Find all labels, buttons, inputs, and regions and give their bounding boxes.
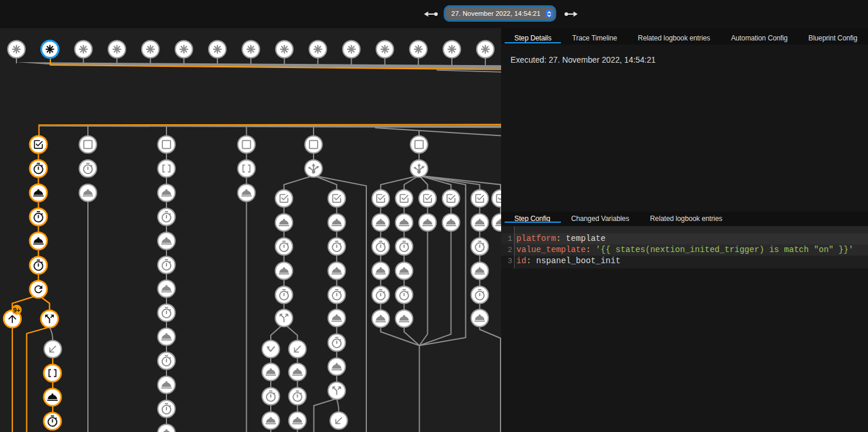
svg-text:9+: 9+ (13, 307, 21, 314)
